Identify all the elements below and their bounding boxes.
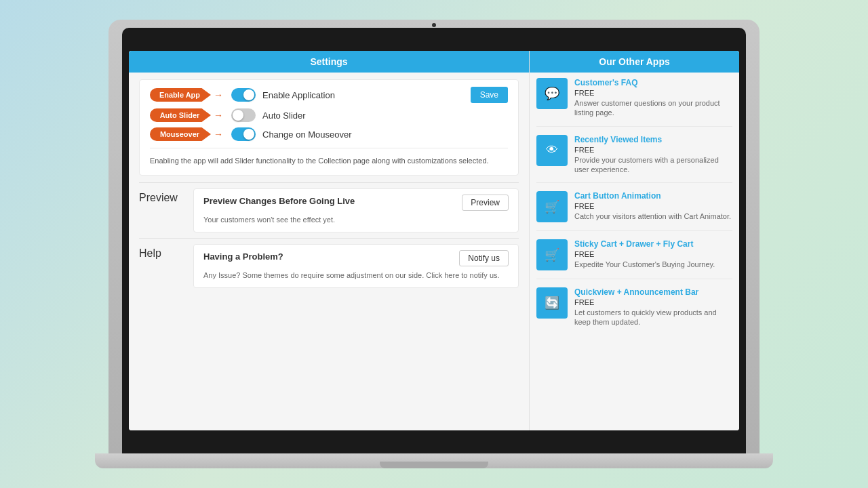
enable-app-label: Enable Application [262, 90, 471, 100]
other-apps-header: Our Other Apps [530, 51, 739, 73]
preview-card-top: Preview Changes Before Going Live Previe… [203, 196, 509, 211]
app-name: Customer's FAQ [574, 78, 732, 87]
laptop-screen: Settings Enable App → [129, 51, 739, 430]
settings-header: Settings [129, 51, 529, 73]
app-info: Quickview + Announcement Bar FREE Let cu… [574, 287, 732, 327]
notify-us-button[interactable]: Notify us [459, 250, 509, 266]
app-price: FREE [574, 298, 732, 306]
app-price: FREE [574, 202, 732, 210]
screen-content: Settings Enable App → [129, 51, 739, 430]
arrow-icon-1: → [214, 89, 223, 100]
app-icon: 🔄 [536, 287, 568, 319]
app-item[interactable]: 🛒 Cart Button Animation FREE Catch your … [536, 191, 732, 231]
settings-panel: Settings Enable App → [129, 51, 529, 430]
settings-body: Enable App → Enable Application Save [129, 73, 529, 430]
toggle-section: Enable App → Enable Application Save [139, 79, 519, 176]
preview-card: Preview Changes Before Going Live Previe… [193, 188, 519, 232]
app-name: Quickview + Announcement Bar [574, 287, 732, 297]
other-apps-body: 💬 Customer's FAQ FREE Answer customer qu… [530, 73, 739, 430]
preview-label: Preview [139, 188, 193, 204]
help-section-row: Help Having a Problem? Notify us Any Iss… [139, 238, 519, 288]
app-desc: Answer customer questions on your produc… [574, 98, 732, 118]
app-desc: Provide your customers with a personaliz… [574, 155, 732, 175]
app-item[interactable]: 👁 Recently Viewed Items FREE Provide you… [536, 135, 732, 184]
app-icon: 💬 [536, 78, 568, 109]
enable-app-toggle[interactable] [231, 88, 256, 102]
app-item[interactable]: 💬 Customer's FAQ FREE Answer customer qu… [536, 78, 732, 127]
app-info: Sticky Cart + Drawer + Fly Cart FREE Exp… [574, 239, 732, 269]
toggle-knob-2 [233, 110, 243, 121]
app-name: Recently Viewed Items [574, 135, 732, 144]
preview-section-row: Preview Preview Changes Before Going Liv… [139, 182, 519, 232]
screen-bezel: Settings Enable App → [122, 28, 746, 453]
auto-slider-row: Auto Slider → Auto Slider [150, 108, 508, 122]
help-card-title: Having a Problem? [203, 251, 283, 262]
app-name: Sticky Cart + Drawer + Fly Cart [574, 239, 732, 249]
app-icon: 👁 [536, 135, 568, 166]
laptop-body: Settings Enable App → [108, 20, 760, 453]
mouseover-row: Mouseover → Change on Mouseover [150, 127, 508, 141]
arrow-icon-3: → [214, 129, 223, 140]
app-info: Cart Button Animation FREE Catch your vi… [574, 191, 732, 221]
help-card-desc: Any Issue? Some themes do require some a… [203, 270, 509, 281]
auto-slider-badge: Auto Slider [150, 108, 211, 122]
toggle-knob-1 [243, 89, 254, 100]
app-desc: Let customers to quickly view products a… [574, 308, 732, 327]
app-price: FREE [574, 146, 732, 154]
app-item[interactable]: 🔄 Quickview + Announcement Bar FREE Let … [536, 287, 732, 336]
app-icon: 🛒 [536, 191, 568, 222]
mouseover-toggle[interactable] [231, 127, 256, 141]
laptop-base [95, 453, 773, 468]
arrow-icon-2: → [214, 110, 223, 121]
app-desc: Catch your visitors attention with Cart … [574, 211, 732, 221]
auto-slider-label: Auto Slider [262, 110, 508, 121]
app-icon: 🛒 [536, 239, 568, 270]
app-item[interactable]: 🛒 Sticky Cart + Drawer + Fly Cart FREE E… [536, 239, 732, 279]
enable-app-badge: Enable App [150, 88, 211, 102]
toggle-knob-3 [243, 129, 254, 140]
mouseover-badge: Mouseover [150, 127, 211, 141]
app-name: Cart Button Animation [574, 191, 732, 201]
app-info: Customer's FAQ FREE Answer customer ques… [574, 78, 732, 118]
laptop-shell: Settings Enable App → [95, 20, 773, 468]
app-price: FREE [574, 89, 732, 97]
settings-info-text: Enabling the app will add Slider functio… [150, 148, 508, 167]
mouseover-label: Change on Mouseover [262, 129, 508, 140]
app-price: FREE [574, 250, 732, 258]
preview-card-title: Preview Changes Before Going Live [203, 196, 355, 206]
help-card: Having a Problem? Notify us Any Issue? S… [193, 244, 519, 288]
save-button[interactable]: Save [471, 87, 508, 103]
app-info: Recently Viewed Items FREE Provide your … [574, 135, 732, 175]
camera-dot [432, 23, 436, 27]
other-apps-panel: Our Other Apps 💬 Customer's FAQ FREE Ans… [529, 51, 739, 430]
help-label: Help [139, 244, 193, 260]
preview-button[interactable]: Preview [462, 195, 509, 211]
preview-card-desc: Your customers won't see the effect yet. [203, 215, 509, 225]
help-card-top: Having a Problem? Notify us [203, 251, 509, 266]
auto-slider-toggle[interactable] [231, 108, 256, 122]
enable-app-row: Enable App → Enable Application Save [150, 87, 508, 103]
app-desc: Expedite Your Customer's Buying Journey. [574, 260, 732, 269]
